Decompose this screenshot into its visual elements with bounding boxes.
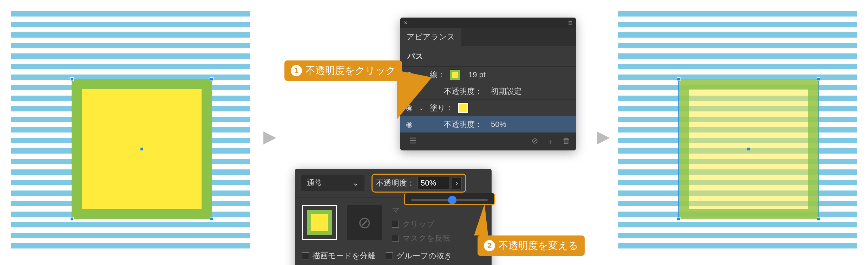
checkbox-icon[interactable]: [392, 235, 399, 242]
invert-mask-checkbox-row[interactable]: マスクを反転: [392, 233, 450, 244]
knockout-label: グループの抜き: [396, 251, 452, 261]
add-icon[interactable]: ＋: [546, 136, 554, 147]
blend-mode-select[interactable]: 通常 ⌄: [301, 175, 364, 191]
callout-change-opacity: 2 不透明度を変える: [478, 235, 585, 256]
panel-tabbar: アピアランス: [400, 28, 576, 46]
resize-handle[interactable]: [70, 217, 74, 221]
checkbox-icon[interactable]: [302, 252, 309, 259]
panel-menu-icon[interactable]: ≡: [568, 19, 572, 27]
opacity-value[interactable]: 初期設定: [491, 86, 522, 97]
selected-shape-after[interactable]: [678, 79, 819, 219]
list-icon[interactable]: ☰: [409, 136, 416, 147]
slider-thumb[interactable]: [448, 196, 456, 204]
object-thumbnail[interactable]: [302, 205, 337, 240]
callout-text: 不透明度を変える: [499, 239, 578, 252]
no-symbol-icon[interactable]: ⊘: [532, 136, 538, 147]
opacity-label: 不透明度：: [444, 86, 482, 97]
panel-footer: ☰ ⊘ ＋ 🗑: [400, 133, 576, 150]
tab-appearance[interactable]: アピアランス: [400, 28, 461, 46]
center-point: [747, 148, 750, 150]
blend-mode-value: 通常: [307, 178, 322, 188]
opacity-label: 不透明度：: [444, 119, 482, 130]
resize-handle[interactable]: [817, 217, 820, 221]
step-arrow-icon: ▶: [263, 127, 276, 146]
callout-number: 1: [291, 65, 302, 76]
checkbox-icon[interactable]: [392, 221, 399, 228]
checkbox-icon[interactable]: [386, 252, 393, 259]
stroke-label: 線：: [430, 70, 445, 80]
callout-pointer: [397, 70, 432, 119]
callout-pointer: [474, 204, 488, 235]
stroke-weight[interactable]: 19 pt: [468, 70, 486, 79]
resize-handle[interactable]: [210, 77, 213, 81]
step-arrow-icon: ▶: [597, 127, 610, 146]
opacity-label: 不透明度：: [376, 178, 415, 188]
knockout-group-checkbox-row[interactable]: グループの抜き: [386, 251, 452, 261]
transparency-panel: 通常 ⌄ 不透明度： › ⊘ マ クリップ: [295, 169, 492, 265]
artboard-before: [11, 11, 250, 254]
resize-handle[interactable]: [817, 77, 820, 81]
invert-label: マスクを反転: [402, 233, 450, 244]
resize-handle[interactable]: [70, 77, 74, 81]
opacity-input[interactable]: [417, 177, 449, 189]
opacity-slider-popup: [404, 193, 495, 205]
opacity-slider[interactable]: [411, 199, 488, 201]
target-type-label: パス: [400, 46, 576, 67]
clip-checkbox-row[interactable]: クリップ: [392, 219, 450, 230]
resize-handle[interactable]: [677, 217, 680, 221]
fill-label: 塗り：: [430, 103, 453, 113]
opacity-value[interactable]: 50%: [491, 120, 506, 129]
isolate-label: 描画モードを分離: [313, 251, 375, 261]
callout-click-opacity: 1 不透明度をクリック: [284, 60, 402, 81]
mask-thumbnail[interactable]: ⊘: [347, 205, 382, 240]
fill-swatch[interactable]: [458, 103, 468, 113]
resize-handle[interactable]: [210, 217, 213, 221]
thumbnail-shape: [307, 210, 332, 235]
opacity-slider-toggle[interactable]: ›: [452, 177, 462, 189]
isolate-blending-checkbox-row[interactable]: 描画モードを分離: [302, 251, 375, 261]
clip-label: クリップ: [402, 219, 435, 230]
selected-shape-before[interactable]: [72, 79, 212, 219]
callout-text: 不透明度をクリック: [305, 64, 396, 77]
opacity-field-group: 不透明度： ›: [371, 174, 466, 193]
callout-number: 2: [484, 240, 495, 251]
trash-icon[interactable]: 🗑: [563, 136, 570, 147]
visibility-icon[interactable]: ◉: [405, 120, 414, 129]
artboard-after: [618, 11, 857, 254]
chevron-down-icon: ⌄: [353, 179, 359, 188]
panel-titlebar[interactable]: × ≡: [400, 18, 576, 28]
close-icon[interactable]: ×: [404, 19, 408, 27]
stroke-swatch[interactable]: [450, 70, 460, 80]
center-point: [140, 148, 143, 150]
make-mask-button[interactable]: マ: [392, 205, 450, 215]
resize-handle[interactable]: [677, 77, 680, 81]
